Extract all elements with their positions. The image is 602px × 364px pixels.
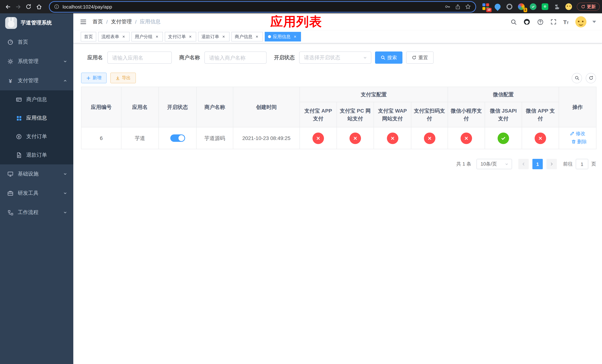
breadcrumb: 首页 / 支付管理 / 应用信息 xyxy=(93,19,161,25)
tag-app-info[interactable]: 应用信息× xyxy=(265,32,301,42)
breadcrumb-separator: / xyxy=(106,19,108,25)
next-page-button[interactable] xyxy=(547,159,557,169)
tag-process-form[interactable]: 流程表单× xyxy=(98,32,129,42)
share-icon[interactable] xyxy=(455,4,461,10)
extension-pin-icon[interactable] xyxy=(493,2,502,11)
toggle-search-button[interactable] xyxy=(572,73,582,83)
sidebar-item-dev-tools[interactable]: 研发工具 xyxy=(0,184,73,203)
page-content: 应用名 商户名称 开启状态 请选择开启状态 搜索 重置 xyxy=(73,43,602,364)
pagination: 共 1 条 10条/页 1 前往 页 xyxy=(73,159,596,169)
sidebar-item-infrastructure[interactable]: 基础设施 xyxy=(0,164,73,184)
sidebar-item-payment[interactable]: ¥ 支付管理 xyxy=(0,71,73,90)
app-logo-row[interactable]: 芋道管理系统 xyxy=(0,13,73,32)
switch-knob xyxy=(178,135,184,141)
browser-update-button[interactable]: 更新 xyxy=(577,3,600,11)
cell-alipay-qr xyxy=(411,127,448,149)
tag-refund-orders[interactable]: 退款订单× xyxy=(198,32,230,42)
enabled-switch[interactable] xyxy=(170,134,185,142)
page-number-1[interactable]: 1 xyxy=(532,159,543,169)
status-select[interactable]: 请选择开启状态 xyxy=(299,52,371,64)
app-name-input[interactable] xyxy=(107,52,172,64)
active-dot xyxy=(268,35,271,38)
goto-label: 前往 xyxy=(563,161,573,167)
extension-puzzle-icon[interactable] xyxy=(552,2,561,11)
toolbox-icon xyxy=(7,190,13,196)
sidebar-item-workflow[interactable]: 工作流程 xyxy=(0,203,73,222)
password-key-icon[interactable] xyxy=(445,4,451,10)
goto-page-input[interactable] xyxy=(576,159,588,169)
close-icon[interactable]: × xyxy=(292,34,298,39)
close-icon[interactable]: × xyxy=(221,34,226,39)
sidebar-item-label: 支付订单 xyxy=(26,133,47,140)
top-navbar: 首页 / 支付管理 / 应用信息 应用列表 xyxy=(73,13,602,30)
search-button[interactable]: 搜索 xyxy=(375,52,402,64)
sidebar-item-app-info[interactable]: 应用信息 xyxy=(0,109,73,127)
tag-merchant-info[interactable]: 商户信息× xyxy=(231,32,263,42)
sidebar-collapse-button[interactable] xyxy=(80,19,87,25)
breadcrumb-separator: / xyxy=(135,19,137,25)
merchant-name-input[interactable] xyxy=(204,52,267,64)
extension-translate-icon[interactable]: 1 xyxy=(517,2,526,11)
export-button[interactable]: 导出 xyxy=(110,73,136,83)
sidebar-item-pay-orders[interactable]: 支付订单 xyxy=(0,127,73,146)
fullscreen-icon[interactable] xyxy=(550,18,557,26)
bookmark-star-icon[interactable] xyxy=(465,4,471,10)
browser-back-button[interactable] xyxy=(3,2,13,11)
payment-submenu: 商户信息 应用信息 支付订单 xyxy=(0,90,73,164)
extension-grid-icon[interactable]: 10 xyxy=(481,2,490,11)
avatar-caret-icon[interactable] xyxy=(592,21,596,23)
sidebar-item-home[interactable]: 首页 xyxy=(0,32,73,52)
col-header-alipay-qr: 支付宝扫码支付 xyxy=(411,102,448,127)
extension-vue-devtools-icon[interactable] xyxy=(529,2,538,11)
col-header-alipay-pc: 支付宝 PC 网站支付 xyxy=(337,102,374,127)
sidebar-item-merchant-info[interactable]: 商户信息 xyxy=(0,90,73,109)
goto-page: 前往 页 xyxy=(563,159,596,169)
breadcrumb-current: 应用信息 xyxy=(140,19,161,25)
extension-ring-icon[interactable] xyxy=(505,2,514,11)
refresh-table-button[interactable] xyxy=(586,73,596,83)
sidebar-item-label: 工作流程 xyxy=(18,209,39,216)
download-icon xyxy=(116,76,120,80)
address-bar[interactable]: localhost:1024/pay/app xyxy=(50,2,475,12)
breadcrumb-payment[interactable]: 支付管理 xyxy=(111,19,132,25)
font-size-icon[interactable]: TT xyxy=(563,19,569,25)
sidebar-item-label: 基础设施 xyxy=(18,171,39,177)
page-size-select[interactable]: 10条/页 xyxy=(476,159,512,169)
tag-pay-orders[interactable]: 支付订单× xyxy=(165,32,196,42)
tag-home[interactable]: 首页 xyxy=(81,32,96,42)
browser-forward-button[interactable] xyxy=(13,2,23,11)
user-avatar[interactable] xyxy=(575,16,586,27)
status-cross-icon xyxy=(424,132,435,144)
extension-wechat-devtools-icon[interactable]: ⌾ xyxy=(540,2,549,11)
github-icon[interactable] xyxy=(523,18,531,26)
status-cross-icon xyxy=(461,132,472,144)
edit-button[interactable]: 修改 xyxy=(570,130,585,137)
search-icon[interactable] xyxy=(510,18,517,26)
workflow-icon xyxy=(7,210,13,215)
close-icon[interactable]: × xyxy=(121,34,126,39)
close-icon[interactable]: × xyxy=(188,34,193,39)
browser-home-button[interactable] xyxy=(34,2,44,11)
help-icon[interactable] xyxy=(537,18,544,26)
url-text[interactable]: localhost:1024/pay/app xyxy=(63,4,445,10)
chevron-up-icon xyxy=(63,78,67,83)
sidebar-item-refund-orders[interactable]: 退款订单 xyxy=(0,146,73,164)
chevron-down-icon xyxy=(63,210,67,215)
delete-button[interactable]: 删除 xyxy=(571,138,587,145)
close-icon[interactable]: × xyxy=(254,34,259,39)
sidebar-item-system[interactable]: 系统管理 xyxy=(0,52,73,71)
tag-user-group[interactable]: 用户分组× xyxy=(131,32,163,42)
grid-icon xyxy=(16,115,22,121)
browser-reload-button[interactable] xyxy=(24,2,33,11)
add-button[interactable]: 新增 xyxy=(81,73,107,83)
extension-emoji-icon[interactable] xyxy=(564,2,573,11)
reset-button[interactable]: 重置 xyxy=(406,52,434,64)
col-header-wechat-mini: 微信小程序支付 xyxy=(448,102,485,127)
col-header-wechat-jsapi: 微信 JSAPI 支付 xyxy=(485,102,522,127)
breadcrumb-home[interactable]: 首页 xyxy=(93,19,103,25)
pay-order-icon xyxy=(16,134,22,139)
site-info-icon[interactable] xyxy=(54,4,59,9)
close-icon[interactable]: × xyxy=(154,34,160,39)
app-logo xyxy=(5,17,17,29)
prev-page-button[interactable] xyxy=(518,159,529,169)
